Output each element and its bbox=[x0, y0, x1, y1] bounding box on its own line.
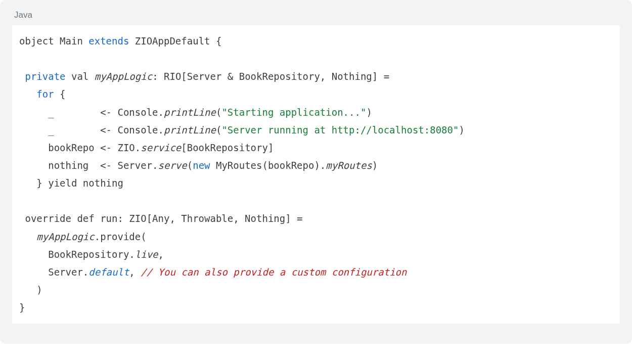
code-token bbox=[19, 231, 36, 242]
code-token: object Main bbox=[19, 35, 88, 47]
code-line: for { bbox=[19, 85, 611, 103]
code-token: Server. bbox=[19, 266, 88, 278]
code-line: BookRepository.live, bbox=[19, 246, 611, 263]
code-token: BookRepository. bbox=[19, 249, 135, 260]
code-token: printLine bbox=[164, 124, 216, 135]
code-line bbox=[19, 192, 611, 210]
code-token: nothing <- Server. bbox=[19, 160, 158, 171]
code-token: ( bbox=[187, 160, 193, 171]
code-line: nothing <- Server.serve(new MyRoutes(boo… bbox=[19, 157, 611, 174]
code-token: .provide( bbox=[95, 231, 147, 242]
code-line: _ <- Console.printLine("Starting applica… bbox=[19, 104, 611, 121]
code-token: serve bbox=[158, 160, 187, 171]
code-token: _ <- Console. bbox=[19, 124, 164, 135]
code-line: private val myAppLogic: RIO[Server & Boo… bbox=[19, 68, 611, 85]
code-language-label: Java bbox=[12, 10, 620, 25]
code-token: for bbox=[36, 88, 54, 100]
code-token: _ <- Console. bbox=[19, 107, 164, 118]
code-token: myRoutes bbox=[326, 160, 372, 171]
code-token: myAppLogic bbox=[36, 231, 94, 242]
code-block-container: Java object Main extends ZIOAppDefault {… bbox=[0, 0, 632, 344]
code-token: ( bbox=[216, 107, 221, 118]
code-token: "Server running at http://localhost:8080… bbox=[221, 124, 459, 135]
code-token: myAppLogic bbox=[95, 71, 152, 82]
code-token: , bbox=[129, 266, 141, 278]
code-token: "Starting application..." bbox=[221, 107, 366, 118]
code-body[interactable]: object Main extends ZIOAppDefault { priv… bbox=[12, 25, 620, 324]
code-token: override def run: ZIO[Any, Throwable, No… bbox=[19, 213, 303, 224]
code-token: bookRepo <- ZIO. bbox=[19, 142, 141, 153]
code-token: , bbox=[158, 249, 164, 260]
code-token: ZIOAppDefault { bbox=[129, 35, 221, 47]
code-line: ) bbox=[19, 281, 611, 299]
code-token: ) bbox=[459, 124, 464, 135]
code-line: _ <- Console.printLine("Server running a… bbox=[19, 121, 611, 139]
code-token: service bbox=[141, 142, 181, 153]
code-token: private bbox=[25, 71, 65, 82]
code-line: bookRepo <- ZIO.service[BookRepository] bbox=[19, 139, 611, 157]
code-token: [BookRepository] bbox=[181, 142, 274, 153]
code-token: MyRoutes(bookRepo). bbox=[210, 160, 326, 171]
code-token: live bbox=[135, 249, 158, 260]
code-token: } yield nothing bbox=[19, 177, 123, 189]
code-token: ) bbox=[372, 160, 378, 171]
code-line bbox=[19, 50, 611, 68]
code-token: ( bbox=[216, 124, 221, 135]
code-line: Server.default, // You can also provide … bbox=[19, 263, 611, 281]
code-token: ) bbox=[366, 107, 372, 118]
code-token: printLine bbox=[164, 107, 216, 118]
code-line: } yield nothing bbox=[19, 174, 611, 192]
code-token: } bbox=[19, 302, 25, 313]
code-token: val bbox=[66, 71, 95, 82]
code-token: default bbox=[88, 266, 129, 278]
code-token: extends bbox=[88, 35, 129, 47]
code-line: override def run: ZIO[Any, Throwable, No… bbox=[19, 210, 611, 228]
code-token: : RIO[Server & BookRepository, Nothing] … bbox=[152, 71, 389, 82]
code-line: object Main extends ZIOAppDefault { bbox=[19, 32, 611, 50]
code-token: ) bbox=[19, 284, 42, 295]
code-token: { bbox=[54, 88, 66, 100]
code-line: } bbox=[19, 299, 611, 316]
code-token: // You can also provide a custom configu… bbox=[141, 266, 407, 278]
code-line: myAppLogic.provide( bbox=[19, 228, 611, 246]
code-token bbox=[19, 88, 36, 100]
code-token bbox=[19, 71, 25, 82]
code-token: new bbox=[193, 160, 210, 171]
